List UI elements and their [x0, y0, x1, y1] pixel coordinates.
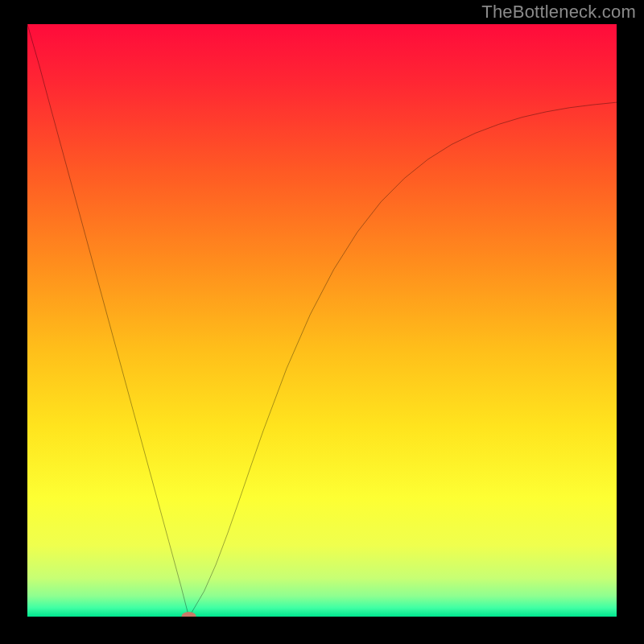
chart-frame: TheBottleneck.com: [0, 0, 644, 644]
gradient-bg: [27, 24, 617, 617]
bottleneck-plot: [27, 24, 617, 617]
watermark-text: TheBottleneck.com: [481, 2, 636, 23]
